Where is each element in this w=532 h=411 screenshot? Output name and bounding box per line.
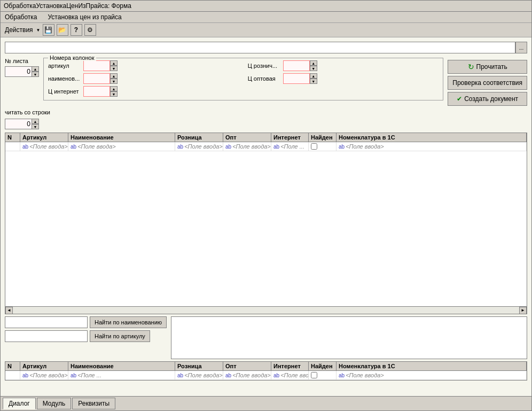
columns-group: Номера колонок артикул 0 ▲ ▼ bbox=[43, 58, 443, 100]
scroll-left[interactable]: ◄ bbox=[5, 307, 13, 314]
bfield-text-art: <Поле ввода> bbox=[29, 372, 68, 378]
spin-opt: 0 ▲ ▼ bbox=[283, 73, 317, 84]
th-n: N bbox=[5, 133, 20, 142]
spin-name: 0 ▲ ▼ bbox=[83, 73, 118, 84]
menu-obrabotka[interactable]: Обработка bbox=[3, 13, 40, 21]
settings-button[interactable]: ⚙ bbox=[84, 24, 96, 36]
inet-input[interactable]: 0 bbox=[83, 86, 110, 97]
field-text-opt: <Поле ввода> bbox=[232, 143, 271, 150]
th-inet: Интернет bbox=[271, 133, 309, 142]
btd-name[interactable]: ab <Поле ... bbox=[68, 371, 175, 379]
td-inet[interactable]: ab <Поле ... bbox=[271, 142, 309, 151]
tab-module[interactable]: Модуль bbox=[37, 398, 72, 409]
save-icon: 💾 bbox=[44, 26, 52, 34]
search-art-row: Найти по артикулу bbox=[5, 330, 167, 342]
create-button[interactable]: ✔ Создать документ bbox=[448, 92, 527, 106]
name-spin-btns: ▲ ▼ bbox=[110, 73, 118, 84]
bth-nom: Номенклатура в 1С bbox=[337, 362, 527, 370]
inet-spin-btns: ▲ ▼ bbox=[110, 86, 118, 97]
btd-inet[interactable]: ab <Поле ввода> bbox=[271, 371, 309, 379]
btd-rozn[interactable]: ab <Поле ввода> bbox=[175, 371, 223, 379]
bfield-text-opt: <Поле ввода> bbox=[232, 372, 271, 378]
rozn-spin-down[interactable]: ▼ bbox=[310, 66, 317, 71]
bottom-table: N Артикул Наименование Розница Опт Интер… bbox=[5, 361, 527, 381]
browse-button[interactable]: ... bbox=[515, 42, 527, 53]
sheet-input[interactable]: 0 bbox=[5, 66, 32, 77]
col-label-rozn: Ц рознич... bbox=[248, 63, 281, 69]
file-input[interactable] bbox=[5, 42, 515, 53]
tab-requisites-label: Реквизиты bbox=[78, 400, 109, 407]
scroll-track-h[interactable] bbox=[13, 307, 519, 314]
search-panel: Найти по наименованию Найти по артикулу bbox=[5, 316, 167, 359]
search-name-input[interactable] bbox=[5, 316, 88, 328]
field-icon-inet: ab bbox=[273, 144, 279, 150]
search-name-button[interactable]: Найти по наименованию bbox=[90, 316, 167, 328]
opt-spin-up[interactable]: ▲ bbox=[310, 73, 317, 79]
opt-input[interactable]: 0 bbox=[283, 73, 310, 84]
btd-found[interactable] bbox=[309, 371, 337, 379]
tab-module-label: Модуль bbox=[43, 400, 66, 407]
art-spin-up[interactable]: ▲ bbox=[110, 60, 118, 66]
sheet-spin-down[interactable]: ▼ bbox=[32, 72, 39, 77]
read-row-input-row: 0 ▲ ▼ bbox=[5, 119, 527, 129]
td-opt[interactable]: ab <Поле ввода> bbox=[223, 142, 271, 151]
bottom-panel: Найти по наименованию Найти по артикулу bbox=[5, 316, 527, 359]
td-found[interactable] bbox=[309, 142, 337, 151]
td-rozn[interactable]: ab <Поле ввода> bbox=[175, 142, 223, 151]
help-button[interactable]: ? bbox=[71, 24, 82, 36]
spin-art: 0 ▲ ▼ bbox=[83, 60, 118, 71]
art-input[interactable]: 0 bbox=[83, 60, 110, 71]
btd-art[interactable]: ab <Поле ввода> bbox=[20, 371, 68, 379]
actions-menu[interactable]: Действия bbox=[3, 26, 35, 34]
inet-spin-down[interactable]: ▼ bbox=[110, 91, 118, 97]
read-row-spin-down[interactable]: ▼ bbox=[32, 124, 39, 129]
td-art[interactable]: ab <Поле ввода> bbox=[20, 142, 68, 151]
art-spin-down[interactable]: ▼ bbox=[110, 66, 118, 71]
rozn-input[interactable]: 0 bbox=[283, 60, 310, 71]
bfound-checkbox[interactable] bbox=[311, 372, 317, 378]
sheet-label: № листа bbox=[5, 58, 39, 64]
name-spin-down[interactable]: ▼ bbox=[110, 79, 118, 84]
field-icon-opt: ab bbox=[225, 144, 231, 150]
menu-ustanovka[interactable]: Установка цен из прайса bbox=[46, 13, 124, 21]
scroll-right[interactable]: ► bbox=[519, 307, 527, 314]
bth-n: N bbox=[5, 362, 20, 370]
read-row-spin-up[interactable]: ▲ bbox=[32, 119, 39, 124]
bth-name: Наименование bbox=[68, 362, 175, 370]
refresh-icon: ↻ bbox=[468, 63, 474, 71]
bth-opt: Опт bbox=[223, 362, 271, 370]
rozn-spin-btns: ▲ ▼ bbox=[310, 60, 317, 71]
bfield-icon-name: ab bbox=[71, 373, 76, 378]
btd-opt[interactable]: ab <Поле ввода> bbox=[223, 371, 271, 379]
opt-spin-down[interactable]: ▼ bbox=[310, 79, 317, 84]
inet-spin-up[interactable]: ▲ bbox=[110, 86, 118, 91]
read-row-input[interactable]: 0 bbox=[5, 119, 32, 129]
bottom-table-row: ab <Поле ввода> ab <Поле ... ab <Поле вв… bbox=[5, 371, 527, 380]
search-art-button[interactable]: Найти по артикулу bbox=[90, 330, 150, 342]
bottom-table-header: N Артикул Наименование Розница Опт Интер… bbox=[5, 362, 527, 371]
tab-dialog-label: Диалог bbox=[9, 400, 30, 407]
bfield-text-rozn: <Поле ввода> bbox=[184, 372, 223, 378]
read-button[interactable]: ↻ Прочитать bbox=[448, 60, 527, 74]
gear-icon: ⚙ bbox=[87, 26, 93, 34]
name-spin-up[interactable]: ▲ bbox=[110, 73, 118, 79]
spin-rozn: 0 ▲ ▼ bbox=[283, 60, 317, 71]
name-input[interactable]: 0 bbox=[83, 73, 110, 84]
bfield-icon-opt: ab bbox=[225, 373, 231, 378]
btd-nom[interactable]: ab <Поле ввода> bbox=[337, 371, 527, 379]
bfield-icon-nom: ab bbox=[339, 373, 345, 378]
found-checkbox[interactable] bbox=[311, 143, 317, 150]
check-button[interactable]: Проверка соответствия bbox=[448, 76, 527, 90]
tab-requisites[interactable]: Реквизиты bbox=[72, 398, 115, 409]
search-art-input[interactable] bbox=[5, 330, 88, 342]
td-name[interactable]: ab <Поле ввода> bbox=[68, 142, 175, 151]
sheet-spin-up[interactable]: ▲ bbox=[32, 66, 39, 72]
read-row-spin: 0 ▲ ▼ bbox=[5, 119, 39, 129]
open-button[interactable]: 📂 bbox=[57, 24, 68, 36]
tab-dialog[interactable]: Диалог bbox=[3, 398, 36, 409]
rozn-spin-up[interactable]: ▲ bbox=[310, 60, 317, 66]
bfield-text-inet: <Поле ввода> bbox=[280, 372, 309, 378]
folder-icon: 📂 bbox=[58, 26, 66, 34]
save-button[interactable]: 💾 bbox=[43, 24, 54, 36]
td-nom[interactable]: ab <Поле ввода> bbox=[337, 142, 527, 151]
